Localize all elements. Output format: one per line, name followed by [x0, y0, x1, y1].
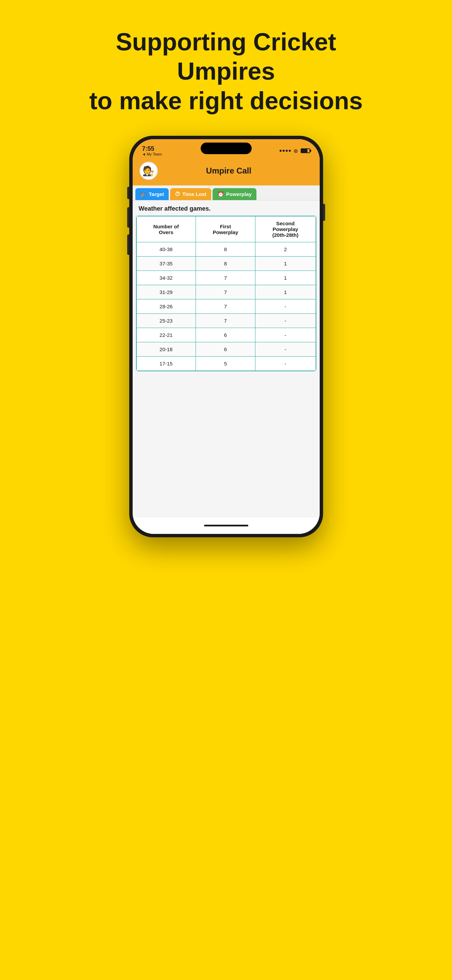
target-icon: 🏏: [140, 191, 147, 197]
tab-timelost[interactable]: ⏱ Time Lost: [170, 188, 211, 200]
avatar-image: 🧑‍⚖️: [143, 165, 154, 177]
app-header: 🧑‍⚖️ Umpire Call: [133, 158, 320, 185]
table-row: 37-3581: [136, 256, 316, 271]
page-headline: Supporting Cricket Umpires to make right…: [73, 27, 379, 115]
cell-second-powerplay: -: [255, 342, 316, 356]
wifi-icon: ⊛: [293, 148, 298, 154]
tab-target-label: Target: [149, 191, 164, 197]
cell-second-powerplay: 1: [255, 285, 316, 299]
mute-button: [127, 187, 129, 199]
powerplay-icon: ⏰: [217, 191, 224, 197]
cell-first-powerplay: 7: [196, 314, 255, 328]
table-row: 40-3882: [136, 242, 316, 256]
cell-overs: 34-32: [136, 271, 196, 285]
cell-first-powerplay: 8: [196, 242, 255, 256]
app-title: Umpire Call: [163, 166, 295, 176]
power-button: [323, 204, 325, 221]
cell-first-powerplay: 6: [196, 328, 255, 342]
section-title: Weather affected games.: [133, 200, 320, 216]
table-row: 22-216-: [136, 328, 316, 342]
table-row: 28-267-: [136, 299, 316, 314]
battery-icon: [301, 148, 310, 153]
timelost-icon: ⏱: [175, 191, 180, 197]
phone-screen: 7:55 ◄ My Team ⊛ 🧑‍⚖️: [133, 139, 320, 534]
cell-second-powerplay: -: [255, 314, 316, 328]
cell-second-powerplay: -: [255, 356, 316, 371]
table-row: 20-186-: [136, 342, 316, 356]
cell-first-powerplay: 7: [196, 299, 255, 314]
cell-first-powerplay: 7: [196, 285, 255, 299]
cell-overs: 25-23: [136, 314, 196, 328]
table-header-row: Number ofOvers FirstPowerplay SecondPowe…: [136, 216, 316, 242]
powerplay-table: Number ofOvers FirstPowerplay SecondPowe…: [136, 216, 316, 371]
cell-overs: 28-26: [136, 299, 196, 314]
table-body: 40-388237-358134-327131-297128-267-25-23…: [136, 242, 316, 371]
cell-second-powerplay: -: [255, 299, 316, 314]
cell-second-powerplay: 2: [255, 242, 316, 256]
tab-timelost-label: Time Lost: [182, 191, 206, 197]
col-header-second: SecondPowerplay(20th-28th): [255, 216, 316, 242]
cell-first-powerplay: 8: [196, 256, 255, 271]
cell-overs: 17-15: [136, 356, 196, 371]
col-header-overs: Number ofOvers: [136, 216, 196, 242]
status-bar: 7:55 ◄ My Team ⊛: [133, 139, 320, 158]
dynamic-island: [201, 143, 252, 154]
tab-target[interactable]: 🏏 Target: [135, 188, 169, 200]
app-content: Weather affected games. Number ofOvers F…: [133, 200, 320, 517]
cell-first-powerplay: 6: [196, 342, 255, 356]
phone-bottom: [133, 517, 320, 534]
cell-second-powerplay: -: [255, 328, 316, 342]
cell-overs: 40-38: [136, 242, 196, 256]
table-row: 31-2971: [136, 285, 316, 299]
col-header-first: FirstPowerplay: [196, 216, 255, 242]
cell-second-powerplay: 1: [255, 256, 316, 271]
avatar: 🧑‍⚖️: [140, 162, 158, 180]
cell-overs: 20-18: [136, 342, 196, 356]
cell-first-powerplay: 5: [196, 356, 255, 371]
table-row: 34-3271: [136, 271, 316, 285]
volume-down-button: [127, 234, 129, 255]
cell-overs: 37-35: [136, 256, 196, 271]
signal-icon: [279, 150, 291, 152]
status-right: ⊛: [279, 148, 310, 154]
table-row: 25-237-: [136, 314, 316, 328]
table-row: 17-155-: [136, 356, 316, 371]
cell-overs: 22-21: [136, 328, 196, 342]
cell-first-powerplay: 7: [196, 271, 255, 285]
back-label[interactable]: ◄ My Team: [142, 153, 162, 156]
cell-overs: 31-29: [136, 285, 196, 299]
phone-mockup: 7:55 ◄ My Team ⊛ 🧑‍⚖️: [129, 136, 323, 537]
volume-up-button: [127, 207, 129, 228]
cell-second-powerplay: 1: [255, 271, 316, 285]
status-left: 7:55 ◄ My Team: [142, 146, 162, 156]
data-table: Number ofOvers FirstPowerplay SecondPowe…: [136, 216, 316, 371]
home-indicator: [204, 525, 248, 527]
tab-bar: 🏏 Target ⏱ Time Lost ⏰ Powerplay: [133, 185, 320, 200]
tab-powerplay-label: Powerplay: [226, 191, 252, 197]
tab-powerplay[interactable]: ⏰ Powerplay: [213, 188, 257, 200]
status-time: 7:55: [142, 146, 154, 152]
